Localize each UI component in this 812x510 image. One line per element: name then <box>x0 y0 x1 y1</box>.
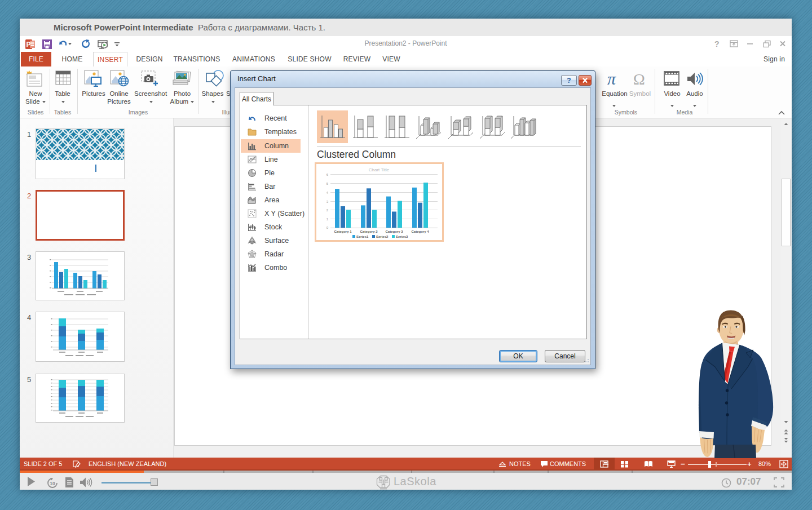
svg-text:?: ? <box>714 39 720 48</box>
svg-text:Category 1: Category 1 <box>334 230 352 233</box>
svg-text:Category 4: Category 4 <box>411 230 429 233</box>
svg-text:2: 2 <box>326 209 329 212</box>
svg-text:Category 2: Category 2 <box>360 230 378 233</box>
svg-text:0: 0 <box>326 226 329 229</box>
svg-text:Series3: Series3 <box>396 235 408 238</box>
svg-text:Series2: Series2 <box>376 235 389 238</box>
svg-text:4: 4 <box>326 191 329 194</box>
svg-text:5: 5 <box>326 182 329 185</box>
svg-text:Chart Title: Chart Title <box>369 167 390 172</box>
svg-text:π: π <box>607 70 616 88</box>
svg-text:Ω: Ω <box>633 70 645 88</box>
svg-text:10: 10 <box>50 481 55 486</box>
svg-text:Series1: Series1 <box>356 235 369 238</box>
svg-text:3: 3 <box>326 200 329 203</box>
svg-text:Category 3: Category 3 <box>385 230 403 233</box>
svg-text:6: 6 <box>326 173 329 176</box>
svg-text:1: 1 <box>326 218 329 221</box>
